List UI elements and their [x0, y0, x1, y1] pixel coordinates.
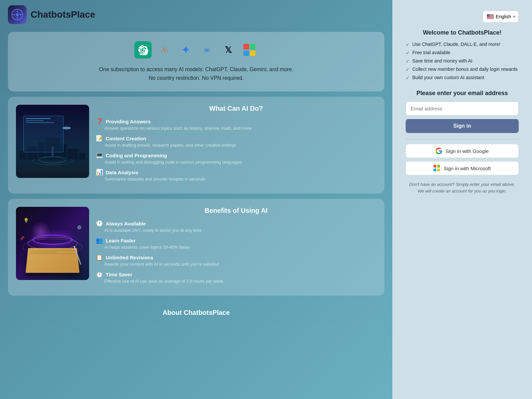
feature-header: 👥 Learn Faster — [96, 237, 376, 244]
sign-in-microsoft-label: Sign in with Microsoft — [444, 166, 491, 171]
benefit-text: Free trial available — [412, 50, 450, 55]
right-panel: 🇺🇸 English ▾ Welcome to ChatbotsPlace! ✓… — [392, 0, 532, 399]
header: ChatbotsPlace — [0, 0, 392, 29]
feature-icon: 👥 — [96, 237, 103, 244]
feature-heading: Providing Answers — [106, 119, 151, 124]
benefits-list-item: ✓Collect new member bonus and daily logi… — [406, 66, 519, 72]
benefits-list: ✓Use ChatGPT, Claude, DALL·E, and more!✓… — [406, 42, 519, 83]
copilot-icon — [241, 41, 258, 59]
feature-desc: Summarize datasets and provide insights … — [104, 177, 376, 182]
feature-heading: Unlimited Revisions — [106, 255, 153, 260]
feature-heading: Learn Faster — [106, 238, 136, 243]
language-selector[interactable]: 🇺🇸 English ▾ — [483, 11, 519, 23]
feature-item: 📝 Content Creation Assist in drafting em… — [96, 135, 376, 148]
svg-point-2 — [16, 13, 19, 16]
feature-desc: Rewrite your content with AI in seconds … — [104, 262, 376, 267]
language-label: English — [496, 14, 511, 19]
benefit-text: Use ChatGPT, Claude, DALL·E, and more! — [412, 42, 500, 47]
benefits-section: 💡 ⚙️ 📌 Benefits of Using AI 🕐 Always Ava… — [8, 199, 384, 296]
chevron-down-icon: ▾ — [513, 14, 515, 19]
flag-icon: 🇺🇸 — [486, 13, 494, 20]
app-title: ChatbotsPlace — [31, 9, 95, 20]
hero-card: A\ ✦ ∞ 𝕏 One subscription to access many… — [8, 32, 384, 91]
benefits-list-item: ✓Build your own custom AI assistant — [406, 75, 519, 80]
what-can-ai-content: What Can AI Do? ❓ Providing Answers Answ… — [96, 105, 376, 186]
feature-item: ⏱️ Time Saver Effective use of AI can sa… — [96, 271, 376, 284]
microsoft-icon — [434, 165, 440, 172]
feature-header: ⏱️ Time Saver — [96, 271, 376, 278]
feature-heading: Coding and Programming — [106, 153, 167, 158]
sign-in-microsoft-button[interactable]: Sign in with Microsoft — [406, 161, 519, 175]
what-can-ai-section: What Can AI Do? ❓ Providing Answers Answ… — [8, 97, 384, 194]
email-section-title: Please enter your email address — [406, 90, 519, 97]
benefits-image: 💡 ⚙️ 📌 — [16, 207, 89, 280]
email-input[interactable] — [406, 101, 519, 116]
benefits-list-item: ✓Save time and money with AI — [406, 58, 519, 64]
about-title: About ChatbotsPlace — [16, 309, 376, 317]
check-icon: ✓ — [406, 75, 410, 80]
feature-icon: 📝 — [96, 135, 103, 142]
feature-item: 📋 Unlimited Revisions Rewrite your conte… — [96, 254, 376, 267]
sign-in-button[interactable]: Sign in — [406, 119, 519, 133]
feature-icon: ⏱️ — [96, 271, 103, 278]
feature-item: 👥 Learn Faster AI helps students cover t… — [96, 237, 376, 250]
welcome-title: Welcome to ChatbotsPlace! — [406, 29, 519, 36]
hero-subtitle: One subscription to access many AI model… — [21, 65, 371, 82]
logo-icon — [8, 5, 27, 24]
ai-scene-image — [16, 105, 89, 178]
lang-selector-wrap: 🇺🇸 English ▾ — [406, 11, 519, 23]
benefit-text: Build your own custom AI assistant — [412, 75, 484, 80]
feature-heading: Time Saver — [106, 272, 132, 277]
meta-icon: ∞ — [198, 41, 215, 59]
feature-desc: AI is available 24/7, ready to assist yo… — [104, 228, 376, 233]
feature-header: 💻 Coding and Programming — [96, 152, 376, 159]
feature-desc: Assist in drafting emails, research pape… — [104, 143, 376, 148]
what-can-ai-title: What Can AI Do? — [96, 105, 376, 112]
sign-in-google-label: Sign in with Google — [446, 148, 488, 154]
feature-header: ❓ Providing Answers — [96, 118, 376, 125]
check-icon: ✓ — [406, 67, 410, 72]
feature-item: 🕐 Always Available AI is available 24/7,… — [96, 220, 376, 233]
feature-desc: Answer questions on various topics such … — [104, 126, 376, 131]
feature-item: 💻 Coding and Programming Assist in writi… — [96, 152, 376, 165]
feature-desc: Assist in writing and debugging code in … — [104, 160, 376, 165]
left-panel: ChatbotsPlace A\ ✦ ∞ 𝕏 — [0, 0, 392, 399]
anthropic-icon: A\ — [156, 41, 173, 59]
benefits-list-item: ✓Use ChatGPT, Claude, DALL·E, and more! — [406, 42, 519, 47]
chatgpt-icon — [134, 41, 152, 59]
check-icon: ✓ — [406, 50, 410, 56]
gemini-icon: ✦ — [177, 41, 194, 59]
benefits-title: Benefits of Using AI — [96, 207, 376, 214]
feature-header: 🕐 Always Available — [96, 220, 376, 227]
feature-icon: 🕐 — [96, 220, 103, 227]
divider — [406, 139, 519, 139]
about-section: About ChatbotsPlace — [8, 301, 384, 325]
benefits-list-item: ✓Free trial available — [406, 50, 519, 56]
feature-icon: 📊 — [96, 169, 103, 176]
sign-in-google-button[interactable]: Sign in with Google — [406, 144, 519, 158]
feature-desc: Effective use of AI can save an average … — [104, 279, 376, 284]
feature-header: 📝 Content Creation — [96, 135, 376, 142]
feature-item: 📊 Data Analysis Summarize datasets and p… — [96, 169, 376, 182]
feature-item: ❓ Providing Answers Answer questions on … — [96, 118, 376, 131]
feature-icon: 💻 — [96, 152, 103, 159]
feature-header: 📊 Data Analysis — [96, 169, 376, 176]
check-icon: ✓ — [406, 59, 410, 64]
google-icon — [436, 148, 442, 154]
check-icon: ✓ — [406, 42, 410, 47]
benefits-content: Benefits of Using AI 🕐 Always Available … — [96, 207, 376, 288]
benefit-text: Collect new member bonus and daily login… — [412, 66, 518, 72]
benefit-text: Save time and money with AI — [412, 58, 472, 64]
feature-heading: Data Analysis — [106, 170, 138, 175]
feature-desc: AI helps students cover topics 30-40% fa… — [104, 245, 376, 250]
feature-heading: Always Available — [106, 221, 146, 226]
feature-header: 📋 Unlimited Revisions — [96, 254, 376, 261]
ai-icons-row: A\ ✦ ∞ 𝕏 — [21, 41, 371, 59]
no-account-text: Don't have an account? Simply enter your… — [406, 181, 519, 194]
xai-icon: 𝕏 — [219, 41, 237, 59]
feature-icon: ❓ — [96, 118, 103, 125]
feature-heading: Content Creation — [106, 136, 146, 141]
feature-icon: 📋 — [96, 254, 103, 261]
